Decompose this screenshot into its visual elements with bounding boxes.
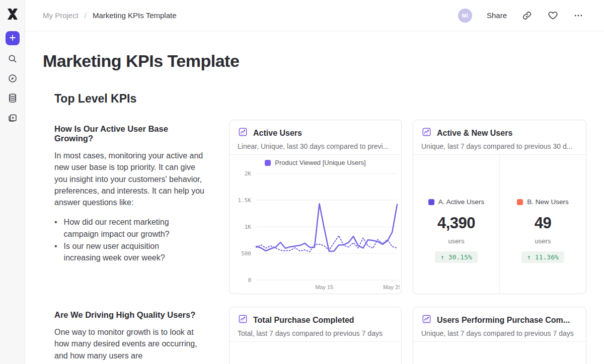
card-header: Total Purchase Completed Total, last 7 d… — [230, 307, 401, 342]
plus-icon — [9, 34, 17, 43]
card-active-new-users[interactable]: Active & New Users Unique, last 7 days c… — [413, 120, 586, 294]
svg-text:1.5K: 1.5K — [238, 197, 252, 204]
card-title: Total Purchase Completed — [253, 316, 354, 325]
line-chart-report-icon — [421, 314, 432, 326]
metric-unit: users — [535, 237, 551, 245]
bullet-dot: • — [54, 216, 57, 240]
mixpanel-logo-icon[interactable] — [6, 8, 19, 21]
metric-active-users: A. Active Users 4,390 users ↑ 30.15% — [413, 155, 499, 294]
data-management-icon[interactable] — [7, 92, 19, 104]
breadcrumb-page[interactable]: Marketing KPIs Template — [93, 11, 176, 20]
section-title: Top Level KPIs — [54, 92, 136, 106]
svg-text:500: 500 — [241, 250, 251, 257]
card-title: Active & New Users — [437, 129, 512, 138]
metrics-panel: A. Active Users 4,390 users ↑ 30.15% B. … — [413, 155, 586, 294]
metric-new-users: B. New Users 49 users ↑ 11.36% — [499, 155, 586, 294]
card-subtitle: Unique, last 7 days compared to previous… — [421, 142, 578, 150]
text-block-heading: How Is Our Active User Base Growing? — [54, 124, 208, 143]
card-subtitle: Total, last 7 days compared to previous … — [238, 329, 393, 337]
card-total-purchase[interactable]: Total Purchase Completed Total, last 7 d… — [229, 307, 402, 364]
card-users-purchase[interactable]: Users Performing Purchase Com... Unique,… — [413, 307, 586, 364]
topbar-actions: MI Share — [458, 9, 604, 23]
svg-text:May 15: May 15 — [315, 284, 333, 290]
card-subtitle: Linear, Unique, last 30 days compared to… — [238, 142, 393, 150]
breadcrumb-project[interactable]: My Project — [43, 11, 79, 20]
bullet-item: •How did our recent marketing campaign i… — [54, 216, 190, 240]
card-subtitle: Unique, last 7 days compared to previous… — [421, 329, 578, 337]
card-header: Active Users Linear, Unique, last 30 day… — [230, 120, 401, 155]
page-title: Marketing KPIs Template — [43, 51, 239, 71]
legend-label: Product Viewed [Unique Users] — [275, 159, 365, 166]
metric-swatch — [428, 199, 434, 205]
text-block-heading: Are We Driving High Quality Users? — [54, 310, 208, 320]
svg-text:May 29: May 29 — [383, 284, 400, 290]
card-active-users[interactable]: Active Users Linear, Unique, last 30 day… — [229, 120, 402, 294]
boards-reports-icon[interactable] — [7, 112, 19, 124]
svg-text:0: 0 — [248, 277, 251, 284]
chart-legend: Product Viewed [Unique Users] — [230, 159, 401, 166]
bullet-dot: • — [54, 240, 57, 264]
left-rail — [0, 0, 25, 364]
breadcrumb-separator: / — [85, 11, 87, 20]
board-canvas: Marketing KPIs Template Top Level KPIs H… — [25, 31, 604, 364]
line-chart-report-icon — [238, 127, 248, 139]
line-chart-report-icon — [421, 127, 432, 139]
text-block-body: One way to monitor growth is to look at … — [54, 326, 208, 361]
bullet-item: •Is our new user acquisition increasing … — [54, 240, 190, 264]
legend-swatch — [265, 160, 271, 166]
metric-value: 49 — [535, 214, 551, 232]
card-header: Active & New Users Unique, last 7 days c… — [413, 120, 586, 155]
metric-swatch — [517, 199, 523, 205]
metric-value: 4,390 — [437, 214, 475, 232]
metric-label: B. New Users — [527, 198, 569, 206]
card-header: Users Performing Purchase Com... Unique,… — [413, 307, 586, 342]
top-bar: My Project / Marketing KPIs Template MI … — [25, 0, 604, 31]
line-chart-report-icon — [238, 314, 248, 326]
card-title: Active Users — [253, 129, 302, 138]
svg-text:1K: 1K — [245, 224, 252, 230]
metric-unit: users — [448, 237, 465, 245]
svg-text:2K: 2K — [245, 170, 252, 177]
metric-delta-badge: ↑ 11.36% — [521, 251, 564, 263]
text-block-bullets: •How did our recent marketing campaign i… — [54, 216, 208, 263]
more-ellipsis-icon[interactable] — [573, 10, 584, 21]
metric-label: A. Active Users — [438, 198, 485, 206]
favorite-heart-icon[interactable] — [547, 10, 558, 21]
share-button[interactable]: Share — [487, 11, 507, 20]
text-block-quality-users: Are We Driving High Quality Users? One w… — [54, 310, 208, 364]
text-block-active-users: How Is Our Active User Base Growing? In … — [54, 124, 208, 264]
avatar[interactable]: MI — [458, 9, 472, 23]
text-block-body: In most cases, monitoring your active an… — [54, 150, 208, 208]
copy-link-icon[interactable] — [521, 10, 533, 21]
compass-discover-icon[interactable] — [7, 72, 19, 84]
card-title: Users Performing Purchase Com... — [437, 316, 570, 325]
metric-delta-badge: ↑ 30.15% — [435, 251, 478, 263]
create-new-button[interactable] — [6, 31, 20, 45]
app-window: My Project / Marketing KPIs Template MI … — [0, 0, 604, 364]
search-icon[interactable] — [7, 53, 19, 65]
breadcrumb: My Project / Marketing KPIs Template — [25, 11, 177, 20]
line-chart[interactable]: 05001K1.5K2KMay 15May 29 — [234, 168, 400, 293]
